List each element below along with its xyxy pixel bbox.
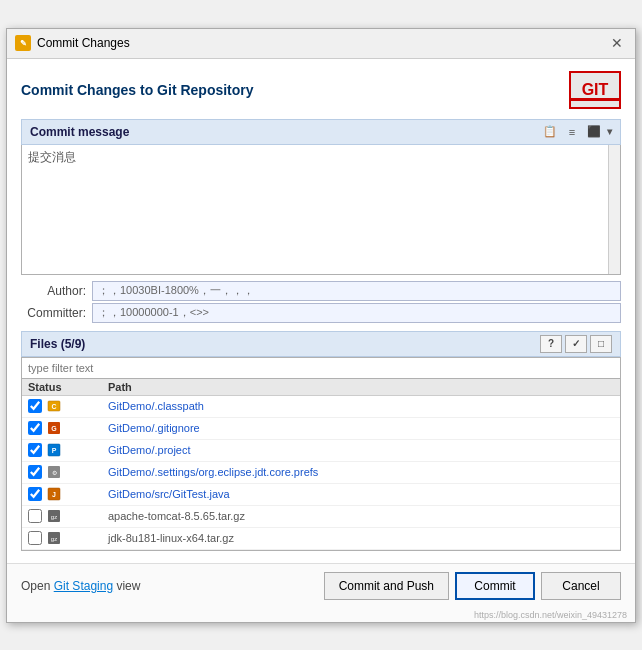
file-type-icon: C <box>46 398 62 414</box>
commit-message-label: Commit message <box>30 125 129 139</box>
svg-text:G: G <box>51 425 57 432</box>
file-checkbox[interactable] <box>28 421 42 435</box>
commit-message-header: Commit message 📋 ≡ ⬛ ▾ <box>21 119 621 145</box>
title-bar: ✎ Commit Changes ✕ <box>7 29 635 59</box>
file-type-icon: ⚙ <box>46 464 62 480</box>
file-checkbox[interactable] <box>28 465 42 479</box>
files-header-actions: ? ✓ □ <box>540 335 612 353</box>
dialog-title-row: Commit Changes to Git Repository GIT <box>21 71 621 109</box>
file-status: gz <box>28 508 108 524</box>
file-row[interactable]: GGitDemo/.gitignore <box>22 418 620 440</box>
file-checkbox[interactable] <box>28 487 42 501</box>
files-table: Status Path CGitDemo/.classpathGGitDemo/… <box>21 379 621 551</box>
col-status-header: Status <box>28 381 108 393</box>
file-checkbox[interactable] <box>28 443 42 457</box>
file-path: GitDemo/.classpath <box>108 400 204 412</box>
watermark: https://blog.csdn.net/weixin_49431278 <box>7 608 635 622</box>
committer-input[interactable] <box>92 303 621 323</box>
commit-message-icon2[interactable]: ≡ <box>563 123 581 141</box>
open-label: Open <box>21 579 54 593</box>
committer-row: Committer: <box>21 303 621 323</box>
committer-label: Committer: <box>21 306 86 320</box>
col-path-header: Path <box>108 381 600 393</box>
svg-text:⚙: ⚙ <box>52 470 57 476</box>
bottom-buttons: Commit and Push Commit Cancel <box>324 572 621 600</box>
author-row: Author: <box>21 281 621 301</box>
bottom-bar: Open Git Staging view Commit and Push Co… <box>7 563 635 608</box>
git-staging-link: Open Git Staging view <box>21 579 140 593</box>
files-header: Files (5/9) ? ✓ □ <box>21 331 621 357</box>
svg-text:gz: gz <box>51 514 57 520</box>
file-status: ⚙ <box>28 464 108 480</box>
file-status: gz <box>28 530 108 546</box>
window-content: Commit Changes to Git Repository GIT Com… <box>7 59 635 563</box>
file-type-icon: gz <box>46 508 62 524</box>
svg-text:P: P <box>52 447 57 454</box>
file-type-icon: gz <box>46 530 62 546</box>
file-type-icon: G <box>46 420 62 436</box>
commit-message-area[interactable]: 提交消息 <box>21 145 621 275</box>
files-section: Files (5/9) ? ✓ □ Status Path CGitDemo/.… <box>21 331 621 551</box>
file-type-icon: J <box>46 486 62 502</box>
files-btn-square[interactable]: □ <box>590 335 612 353</box>
svg-text:gz: gz <box>51 536 57 542</box>
title-bar-left: ✎ Commit Changes <box>15 35 130 51</box>
git-logo: GIT <box>569 71 621 109</box>
file-status: P <box>28 442 108 458</box>
svg-text:C: C <box>51 403 56 410</box>
file-row[interactable]: PGitDemo/.project <box>22 440 620 462</box>
file-status: J <box>28 486 108 502</box>
file-row[interactable]: JGitDemo/src/GitTest.java <box>22 484 620 506</box>
file-row[interactable]: ⚙GitDemo/.settings/org.eclipse.jdt.core.… <box>22 462 620 484</box>
file-row[interactable]: CGitDemo/.classpath <box>22 396 620 418</box>
file-path: GitDemo/.settings/org.eclipse.jdt.core.p… <box>108 466 318 478</box>
files-table-header: Status Path <box>22 379 620 396</box>
window-title: Commit Changes <box>37 36 130 50</box>
author-section: Author: Committer: <box>21 281 621 323</box>
commit-and-push-button[interactable]: Commit and Push <box>324 572 449 600</box>
dialog-title: Commit Changes to Git Repository <box>21 82 254 98</box>
file-path: jdk-8u181-linux-x64.tar.gz <box>108 532 234 544</box>
file-status: C <box>28 398 108 414</box>
col-scroll-header <box>600 381 614 393</box>
file-checkbox[interactable] <box>28 509 42 523</box>
main-window: ✎ Commit Changes ✕ Commit Changes to Git… <box>6 28 636 623</box>
files-list: CGitDemo/.classpathGGitDemo/.gitignorePG… <box>22 396 620 550</box>
view-label: view <box>113 579 140 593</box>
window-icon: ✎ <box>15 35 31 51</box>
author-label: Author: <box>21 284 86 298</box>
files-btn-check[interactable]: ✓ <box>565 335 587 353</box>
commit-button[interactable]: Commit <box>455 572 535 600</box>
file-status: G <box>28 420 108 436</box>
file-row[interactable]: gzjdk-8u181-linux-x64.tar.gz <box>22 528 620 550</box>
file-path: GitDemo/.project <box>108 444 191 456</box>
commit-message-text: 提交消息 <box>28 150 76 164</box>
commit-message-icon1[interactable]: 📋 <box>541 123 559 141</box>
files-label: Files (5/9) <box>30 337 85 351</box>
close-button[interactable]: ✕ <box>607 33 627 53</box>
commit-message-icon3[interactable]: ⬛ <box>585 123 603 141</box>
file-path: GitDemo/.gitignore <box>108 422 200 434</box>
cancel-button[interactable]: Cancel <box>541 572 621 600</box>
filter-input[interactable] <box>21 357 621 379</box>
file-row[interactable]: gzapache-tomcat-8.5.65.tar.gz <box>22 506 620 528</box>
file-checkbox[interactable] <box>28 399 42 413</box>
author-input[interactable] <box>92 281 621 301</box>
file-checkbox[interactable] <box>28 531 42 545</box>
git-staging-anchor[interactable]: Git Staging <box>54 579 113 593</box>
file-path: GitDemo/src/GitTest.java <box>108 488 230 500</box>
file-type-icon: P <box>46 442 62 458</box>
commit-message-expand[interactable]: ▾ <box>607 126 612 137</box>
files-btn-question[interactable]: ? <box>540 335 562 353</box>
file-path: apache-tomcat-8.5.65.tar.gz <box>108 510 245 522</box>
commit-message-actions: 📋 ≡ ⬛ ▾ <box>541 123 612 141</box>
svg-text:J: J <box>52 491 56 498</box>
